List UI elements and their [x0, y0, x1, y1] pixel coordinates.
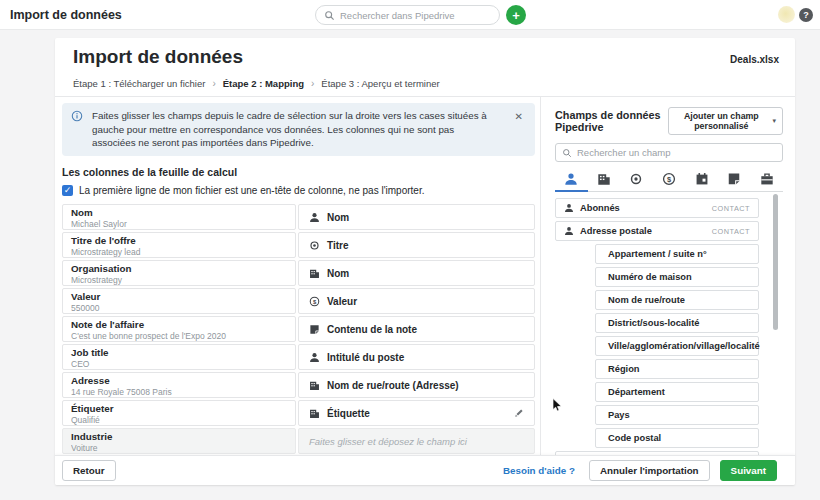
global-search-input[interactable]: [340, 10, 491, 21]
add-custom-field-button[interactable]: Ajouter un champ personnalisé ▾: [668, 107, 783, 135]
step-1-upload[interactable]: Étape 1 : Télécharger un fichier: [73, 78, 205, 89]
label-icon: [309, 408, 320, 419]
check-icon: ✓: [64, 186, 72, 195]
mapped-field-box[interactable]: Contenu de la note: [298, 316, 535, 342]
table-row: Job title CEO Intitulé du poste: [62, 344, 535, 370]
person-icon: [564, 203, 574, 213]
field-search[interactable]: [555, 143, 783, 162]
checkbox-checked[interactable]: ✓: [62, 185, 73, 196]
edit-icon[interactable]: [514, 408, 524, 418]
mapped-field-box[interactable]: Titre: [298, 232, 535, 258]
header-row-checkbox-row[interactable]: ✓ La première ligne de mon fichier est u…: [62, 185, 535, 196]
entity-tabs: [555, 167, 783, 192]
mapped-field-box[interactable]: Étiquette: [298, 400, 535, 426]
organization-icon: [309, 268, 320, 279]
field-item[interactable]: Région: [595, 359, 759, 379]
footer-actions: Retour Besoin d'aide ? Annuler l'importa…: [55, 455, 795, 485]
field-group-abonnes[interactable]: Abonnés CONTACT: [555, 198, 759, 218]
table-row-unmapped: Industrie Voiture Faites glisser et dépo…: [62, 428, 535, 454]
global-search[interactable]: [315, 5, 500, 25]
info-icon: [71, 110, 83, 122]
field-list: Abonnés CONTACT Adresse postale CONTACT …: [555, 198, 759, 455]
source-column-box[interactable]: Valeur 550000: [62, 288, 296, 314]
source-column-box[interactable]: Nom Michael Saylor: [62, 204, 296, 230]
field-item[interactable]: Département: [595, 382, 759, 402]
mapped-field-box[interactable]: Valeur: [298, 288, 535, 314]
table-row: Nom Michael Saylor Nom: [62, 204, 535, 230]
tab-activity[interactable]: [685, 167, 718, 192]
field-item[interactable]: Nom de rue/route: [595, 290, 759, 310]
top-navigation-bar: Import de données + ?: [0, 0, 820, 30]
source-column-box[interactable]: Note de l'affaire C'est une bonne prospe…: [62, 316, 296, 342]
mapped-field-box[interactable]: Intitulé du poste: [298, 344, 535, 370]
table-row: Valeur 550000 Valeur: [62, 288, 535, 314]
drop-placeholder: Faites glisser et déposez le champ ici: [309, 436, 467, 447]
chevron-right-icon: ›: [311, 78, 314, 89]
person-icon: [309, 212, 320, 223]
close-icon[interactable]: ✕: [515, 110, 523, 124]
quick-add-button[interactable]: +: [506, 5, 526, 25]
field-item[interactable]: District/sous-localité: [595, 313, 759, 333]
avatar[interactable]: [778, 6, 795, 23]
app-page-title: Import de données: [10, 8, 122, 22]
tab-product[interactable]: [750, 167, 783, 192]
file-name: Deals.xlsx: [730, 54, 779, 65]
organization-icon: [309, 380, 320, 391]
source-column-box[interactable]: Étiqueter Qualifié: [62, 400, 296, 426]
back-button[interactable]: Retour: [62, 460, 116, 481]
field-item[interactable]: Pays: [595, 405, 759, 425]
field-item[interactable]: Appartement / suite n°: [595, 244, 759, 264]
step-3-preview[interactable]: Étape 3 : Aperçu et terminer: [321, 78, 439, 89]
page-title: Import de données: [73, 46, 243, 68]
fields-panel-title: Champs de données Pipedrive: [555, 109, 668, 133]
table-row: Étiqueter Qualifié Étiquette: [62, 400, 535, 426]
help-link[interactable]: Besoin d'aide ?: [503, 465, 575, 476]
next-button[interactable]: Suivant: [720, 460, 777, 481]
tab-organization[interactable]: [588, 167, 621, 192]
field-item[interactable]: Code postal: [595, 428, 759, 448]
entity-tag: CONTACT: [712, 204, 750, 213]
table-row: Titre de l'offre Microstrategy lead Titr…: [62, 232, 535, 258]
tab-deal[interactable]: [653, 167, 686, 192]
mapped-field-box[interactable]: Nom de rue/route (Adresse): [298, 372, 535, 398]
breadcrumb: Étape 1 : Télécharger un fichier › Étape…: [73, 78, 440, 89]
tab-note[interactable]: [718, 167, 751, 192]
import-card: Import de données Deals.xlsx Étape 1 : T…: [55, 38, 795, 485]
table-row: Adresse 14 rue Royale 75008 Paris Nom de…: [62, 372, 535, 398]
entity-tag: CONTACT: [712, 227, 750, 236]
currency-icon: [309, 296, 320, 307]
mapping-column: Faites glisser les champs depuis le cadr…: [55, 97, 540, 455]
chevron-down-icon: ▾: [772, 117, 776, 125]
source-column-box[interactable]: Adresse 14 rue Royale 75008 Paris: [62, 372, 296, 398]
mapping-table: Nom Michael Saylor Nom Titre de l'offre …: [62, 204, 535, 454]
pipedrive-fields-panel: Champs de données Pipedrive Ajouter un c…: [540, 97, 795, 455]
mapped-field-box[interactable]: Nom: [298, 204, 535, 230]
search-icon: [562, 148, 572, 158]
source-column-box[interactable]: Organisation Microstrategy: [62, 260, 296, 286]
help-icon[interactable]: ?: [799, 8, 813, 22]
person-icon: [309, 352, 320, 363]
table-row: Organisation Microstrategy Nom: [62, 260, 535, 286]
card-header: Import de données Deals.xlsx Étape 1 : T…: [55, 38, 795, 97]
source-column-box[interactable]: Job title CEO: [62, 344, 296, 370]
field-group-adresse-postale[interactable]: Adresse postale CONTACT: [555, 221, 759, 241]
columns-heading: Les colonnes de la feuille de calcul: [62, 166, 535, 178]
field-item[interactable]: Numéro de maison: [595, 267, 759, 287]
source-column-box[interactable]: Titre de l'offre Microstrategy lead: [62, 232, 296, 258]
lead-target-icon: [309, 240, 320, 251]
plus-icon: +: [512, 8, 520, 23]
cancel-import-button[interactable]: Annuler l'importation: [589, 460, 710, 481]
field-search-input[interactable]: [577, 147, 776, 158]
search-icon: [324, 10, 335, 21]
note-icon: [309, 324, 320, 335]
info-banner: Faites glisser les champs depuis le cadr…: [62, 103, 535, 156]
tab-lead[interactable]: [620, 167, 653, 192]
source-column-box[interactable]: Industrie Voiture: [62, 428, 296, 454]
step-2-mapping[interactable]: Étape 2 : Mapping: [223, 78, 304, 89]
scrollbar-thumb[interactable]: [773, 194, 778, 330]
field-item[interactable]: Ville/agglomération/village/localité: [595, 336, 759, 356]
mapped-field-box[interactable]: Nom: [298, 260, 535, 286]
drop-zone[interactable]: Faites glisser et déposez le champ ici: [298, 428, 535, 454]
tab-person[interactable]: [555, 167, 588, 192]
info-banner-text: Faites glisser les champs depuis le cadr…: [92, 110, 487, 148]
